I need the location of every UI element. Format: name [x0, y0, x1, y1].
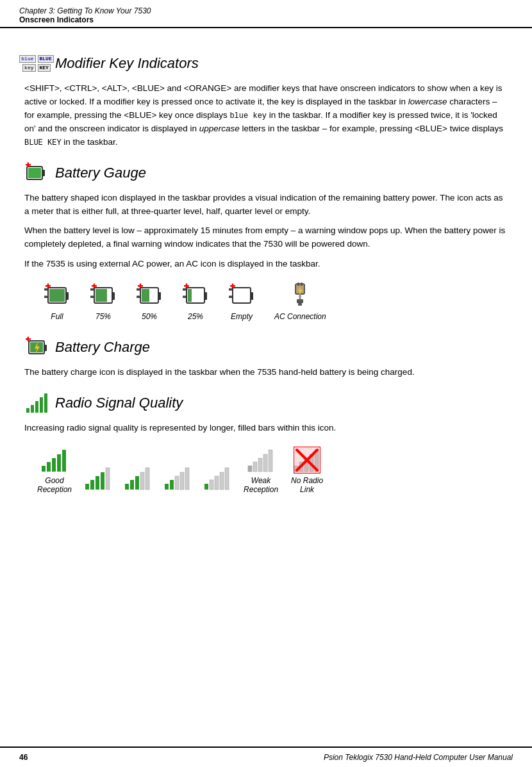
battery-charge-section-heading: Battery Charge — [24, 335, 508, 359]
battery-gauge-body3: If the 7535 is using external AC power, … — [24, 258, 508, 271]
radio-signal-icon — [24, 391, 49, 415]
battery-icon-50: 50% — [136, 283, 163, 321]
svg-rect-86 — [269, 450, 272, 472]
svg-rect-27 — [183, 296, 186, 299]
svg-rect-34 — [229, 296, 232, 299]
svg-rect-66 — [106, 468, 110, 490]
svg-rect-2 — [28, 168, 41, 178]
signal-icon-3bars — [124, 465, 151, 494]
svg-rect-5 — [44, 288, 47, 291]
svg-rect-47 — [28, 337, 29, 342]
svg-rect-76 — [185, 468, 189, 490]
header-chapter: Chapter 3: Getting To Know Your 7530 — [19, 6, 513, 15]
svg-rect-62 — [85, 484, 89, 490]
svg-rect-78 — [210, 480, 213, 490]
battery-charge-icon — [24, 335, 49, 359]
svg-rect-10 — [66, 292, 69, 300]
footer-page-number: 46 — [19, 753, 28, 762]
signal-icon-2bars — [164, 465, 191, 494]
battery-charge-section-title: Battery Charge — [55, 339, 150, 356]
signal-icons-row: Good Reception — [37, 447, 508, 494]
svg-rect-56 — [44, 393, 47, 413]
svg-rect-77 — [204, 484, 208, 490]
page-footer: 46 Psion Teklogix 7530 Hand-Held Compute… — [0, 746, 532, 767]
svg-rect-26 — [183, 288, 186, 291]
svg-rect-57 — [42, 466, 46, 472]
svg-rect-38 — [251, 292, 253, 300]
signal-label-no-link: No Radio Link — [291, 476, 323, 494]
battery-label-75: 75% — [96, 312, 111, 321]
svg-rect-53 — [31, 405, 34, 413]
svg-rect-72 — [165, 484, 169, 490]
battery-gauge-icon — [24, 161, 49, 185]
svg-rect-12 — [90, 288, 94, 291]
battery-icon-25: 25% — [182, 283, 209, 321]
footer-book-title: Psion Teklogix 7530 Hand-Held Computer U… — [324, 753, 513, 762]
battery-charge-body1: The battery charge icon is displayed in … — [24, 366, 508, 379]
svg-rect-49 — [44, 345, 47, 351]
signal-label-weak: Weak Reception — [244, 476, 278, 494]
signal-icon-no-link: No Radio Link — [291, 447, 323, 494]
svg-rect-55 — [40, 397, 43, 413]
svg-rect-67 — [125, 484, 129, 490]
svg-rect-54 — [35, 401, 38, 413]
svg-rect-68 — [130, 480, 134, 490]
svg-rect-17 — [112, 292, 115, 300]
svg-rect-71 — [145, 468, 149, 490]
svg-rect-84 — [258, 458, 262, 472]
svg-rect-61 — [62, 450, 66, 472]
radio-signal-body1: Increasing radio signal quality is repre… — [24, 422, 508, 435]
signal-icon-good: Good Reception — [37, 447, 72, 494]
battery-label-ac: AC Connection — [274, 312, 326, 321]
svg-rect-4 — [28, 162, 29, 167]
battery-gauge-section-heading: Battery Gauge — [24, 161, 508, 185]
modifier-section-title: Modifier Key Indicators — [55, 55, 199, 72]
svg-rect-18 — [96, 289, 107, 302]
svg-rect-69 — [135, 476, 139, 490]
svg-rect-25 — [142, 289, 149, 302]
svg-rect-40 — [297, 283, 299, 286]
svg-rect-24 — [158, 292, 161, 300]
battery-label-empty: Empty — [231, 312, 253, 321]
svg-rect-43 — [297, 299, 303, 303]
svg-rect-58 — [47, 462, 51, 472]
battery-icon-ac: AC Connection — [274, 283, 326, 321]
svg-rect-80 — [220, 472, 224, 490]
signal-icon-4bars — [85, 465, 112, 494]
battery-gauge-body2: When the battery level is low – approxim… — [24, 224, 508, 251]
svg-rect-33 — [229, 288, 232, 291]
svg-rect-65 — [101, 472, 104, 490]
battery-gauge-body1: The battery shaped icon displayed in the… — [24, 192, 508, 219]
svg-rect-81 — [225, 468, 229, 490]
header-section: Onscreen Indicators — [19, 15, 513, 24]
modifier-body: <SHIFT>, <CTRL>, <ALT>, <BLUE> and <ORAN… — [24, 82, 508, 149]
radio-signal-section-heading: Radio Signal Quality — [24, 391, 508, 415]
svg-rect-63 — [90, 480, 94, 490]
svg-rect-41 — [301, 283, 303, 286]
svg-rect-11 — [49, 289, 65, 302]
content-area: blue BLUE key KEY Modifier Key Indicator… — [0, 28, 532, 512]
battery-icons-row: Full 75% — [44, 283, 508, 321]
battery-label-full: Full — [51, 312, 63, 321]
svg-rect-6 — [44, 296, 47, 299]
battery-icon-75: 75% — [90, 283, 117, 321]
battery-icon-empty: Empty — [228, 283, 255, 321]
svg-rect-82 — [248, 466, 252, 472]
svg-rect-75 — [180, 472, 184, 490]
modifier-section-heading: blue BLUE key KEY Modifier Key Indicator… — [24, 51, 508, 76]
svg-rect-74 — [175, 476, 179, 490]
svg-rect-79 — [215, 476, 219, 490]
svg-rect-59 — [52, 458, 56, 472]
battery-gauge-section-title: Battery Gauge — [55, 165, 146, 181]
svg-rect-73 — [170, 480, 174, 490]
svg-rect-52 — [26, 408, 29, 413]
svg-rect-1 — [42, 170, 45, 176]
modifier-icon: blue BLUE key KEY — [24, 51, 49, 76]
svg-rect-60 — [57, 454, 61, 472]
battery-icon-full: Full — [44, 283, 71, 321]
signal-icon-weak: Weak Reception — [244, 447, 278, 494]
page-header: Chapter 3: Getting To Know Your 7530 Ons… — [0, 0, 532, 28]
battery-label-25: 25% — [188, 312, 203, 321]
svg-rect-83 — [253, 462, 257, 472]
svg-rect-13 — [90, 296, 94, 299]
